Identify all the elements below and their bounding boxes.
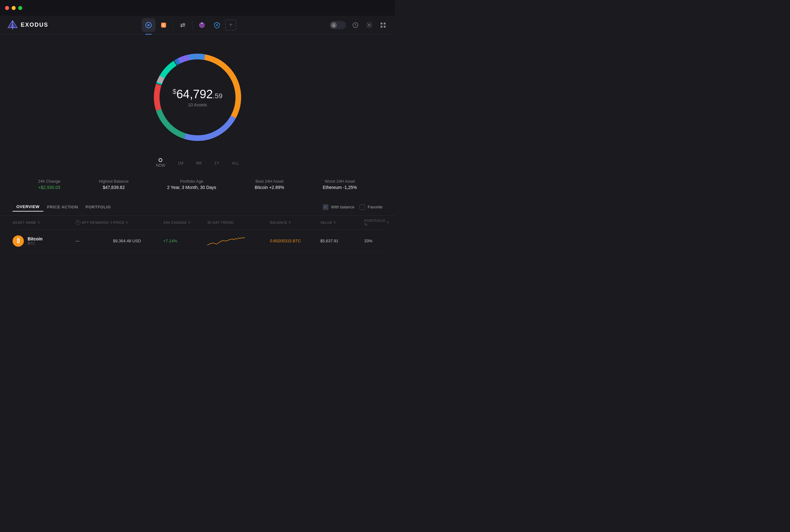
- timeline-1m[interactable]: 1M: [178, 161, 183, 166]
- th-24h-change: 24H CHANGE ⇅: [163, 219, 207, 226]
- apy-help-icon[interactable]: ?: [75, 220, 80, 225]
- td-price-bitcoin: $9,364.48 USD: [113, 239, 163, 243]
- tabs-section: OVERVIEW PRICE ACTION PORTFOLIO ✓ With b…: [0, 199, 395, 216]
- logo: EXODUS: [7, 20, 48, 30]
- th-value: VALUE ⇅: [320, 219, 364, 226]
- sort-icon-value[interactable]: ⇅: [334, 221, 336, 224]
- td-trend-bitcoin: [207, 234, 270, 248]
- tab-shield[interactable]: +: [210, 18, 224, 32]
- th-asset-name: ASSET NAME ⇅: [13, 219, 75, 226]
- stat-highest-balance: Highest Balance $47,839.82: [99, 179, 129, 190]
- nav-separator: [173, 20, 173, 30]
- sort-icon-price[interactable]: ⇅: [126, 221, 128, 224]
- svg-rect-13: [333, 25, 335, 27]
- traffic-lights: [5, 6, 22, 10]
- nav-separator-2: [192, 20, 192, 30]
- portfolio-icon: [145, 22, 152, 28]
- main-nav: EXODUS E: [0, 16, 395, 35]
- settings-button[interactable]: [365, 21, 374, 30]
- filter-favorite[interactable]: Favorite: [359, 204, 382, 210]
- donut-center: $64,792.59 10 Assets: [172, 88, 222, 107]
- history-icon: [352, 22, 359, 28]
- svg-rect-18: [380, 26, 382, 27]
- nav-right: [330, 21, 388, 30]
- sort-icon-portfolio[interactable]: ⇅: [387, 221, 390, 224]
- settings-icon: [366, 22, 372, 28]
- timeline-1y[interactable]: 1Y: [214, 161, 219, 166]
- td-value-bitcoin: $5,637.91: [320, 239, 364, 243]
- asset-cell-bitcoin: ₿ Bitcoin BTC: [13, 235, 75, 247]
- exodus-logo-icon: [7, 20, 18, 30]
- sort-icon-balance[interactable]: ⇅: [288, 221, 291, 224]
- th-price: PRICE ⇅: [113, 219, 163, 226]
- bitcoin-sparkline: [207, 234, 245, 247]
- favorite-checkbox[interactable]: [359, 204, 365, 210]
- timeline-all[interactable]: ALL: [232, 161, 239, 166]
- shield-icon: +: [213, 22, 221, 28]
- th-apy-rewards: ? APY REWARDS ⇅: [75, 219, 113, 226]
- lock-icon: [332, 23, 336, 27]
- titlebar: [0, 0, 395, 16]
- stat-portfolio-age: Portfolio Age 2 Year, 3 Month, 30 Days: [167, 179, 216, 190]
- stats-row: 24h Change +$2,930.03 Highest Balance $4…: [0, 173, 395, 196]
- timeline-dot-circle: [158, 158, 162, 162]
- apps-icon: [199, 22, 205, 28]
- swap-icon: [179, 22, 186, 28]
- lock-toggle[interactable]: [330, 21, 346, 29]
- table-row[interactable]: ₿ Bitcoin BTC — $9,364.48 USD +7.14% 0.6…: [13, 230, 382, 252]
- svg-rect-16: [380, 23, 382, 24]
- timeline-now[interactable]: NOW: [156, 158, 165, 168]
- close-button[interactable]: [5, 6, 9, 10]
- grid-button[interactable]: [379, 21, 388, 30]
- tab-portfolio[interactable]: [142, 18, 155, 32]
- tab-exchange[interactable]: E: [157, 18, 170, 32]
- asset-table: ASSET NAME ⇅ ? APY REWARDS ⇅ PRICE ⇅ 24H…: [0, 216, 395, 252]
- th-balance: BALANCE ⇅: [270, 219, 320, 226]
- filter-with-balance[interactable]: ✓ With balance: [323, 204, 355, 210]
- nav-tabs: E + +: [142, 18, 237, 32]
- portfolio-section: $64,792.59 10 Assets NOW 1M 6M 1Y ALL 24…: [0, 41, 395, 196]
- tab-price-action[interactable]: PRICE ACTION: [43, 203, 82, 211]
- add-tab-button[interactable]: +: [225, 19, 237, 31]
- svg-text:E: E: [163, 23, 165, 27]
- history-button[interactable]: [351, 21, 360, 30]
- minimize-button[interactable]: [12, 6, 16, 10]
- td-portfolio-pct-bitcoin: 33%: [364, 239, 389, 243]
- app-title: EXODUS: [21, 22, 48, 28]
- stat-24h-change: 24h Change +$2,930.03: [38, 179, 60, 190]
- svg-text:+: +: [217, 23, 219, 24]
- bitcoin-icon: ₿: [13, 235, 24, 247]
- td-balance-bitcoin: 0.60205315 BTC: [270, 239, 320, 243]
- timeline: NOW 1M 6M 1Y ALL: [156, 156, 239, 170]
- stat-worst-asset: Worst 24H Asset Ethereum -1,25%: [323, 179, 357, 190]
- timeline-6m[interactable]: 6M: [196, 161, 202, 166]
- with-balance-checkbox[interactable]: ✓: [323, 204, 328, 210]
- svg-point-15: [368, 24, 370, 26]
- tabs-filters: ✓ With balance Favorite: [323, 204, 382, 210]
- maximize-button[interactable]: [18, 6, 22, 10]
- th-portfolio-pct: PORTFOLIO % ⇅: [364, 219, 389, 226]
- td-change-bitcoin: +7.14%: [163, 239, 207, 243]
- grid-icon: [380, 22, 386, 28]
- th-30day-trend: 30 DAY TREND: [207, 219, 270, 226]
- currency-symbol: $: [172, 88, 176, 95]
- portfolio-total: $64,792.59: [172, 88, 222, 101]
- sort-icon-asset[interactable]: ⇅: [38, 221, 40, 224]
- svg-point-10: [201, 22, 203, 24]
- sort-icon-change[interactable]: ⇅: [188, 221, 191, 224]
- tab-portfolio-tab[interactable]: PORTFOLIO: [82, 203, 115, 211]
- tab-swap[interactable]: [176, 18, 190, 32]
- stat-best-asset: Best 24H Asset Bitcoin +2.89%: [255, 179, 284, 190]
- svg-rect-19: [384, 26, 385, 27]
- main-content: $64,792.59 10 Assets NOW 1M 6M 1Y ALL 24…: [0, 35, 395, 259]
- tab-overview[interactable]: OVERVIEW: [13, 203, 43, 211]
- assets-count: 10 Assets: [172, 102, 222, 107]
- tab-apps[interactable]: [195, 18, 209, 32]
- donut-chart-wrapper: $64,792.59 10 Assets: [144, 44, 251, 151]
- sort-icon-apy[interactable]: ⇅: [110, 221, 113, 224]
- exchange-icon: E: [160, 22, 167, 28]
- lock-knob: [331, 22, 337, 28]
- table-header: ASSET NAME ⇅ ? APY REWARDS ⇅ PRICE ⇅ 24H…: [13, 216, 382, 230]
- cents-value: .59: [213, 92, 223, 100]
- svg-point-5: [148, 24, 149, 26]
